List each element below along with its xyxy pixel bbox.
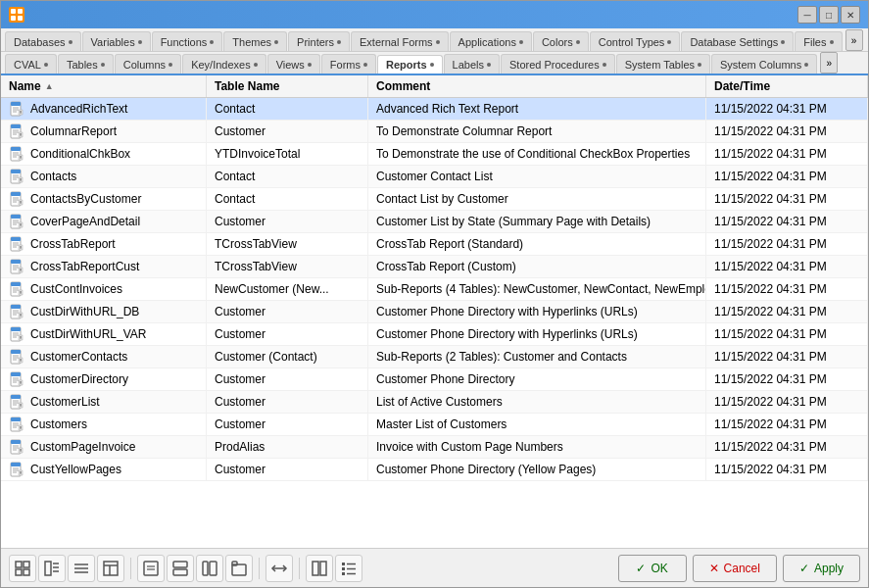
table-row[interactable]: CrossTabReportCustTCrossTabViewCrossTab … <box>1 256 868 278</box>
tab-row2-labels[interactable]: Labels <box>444 54 500 74</box>
report-icon <box>9 214 24 229</box>
table-row[interactable]: CustContInvoicesNewCustomer (New...Sub-R… <box>1 278 868 301</box>
ok-button[interactable]: ✓ OK <box>618 555 687 582</box>
cell-name: ConditionalChkBox <box>1 143 207 165</box>
tab-row-1: DatabasesVariablesFunctionsThemesPrinter… <box>1 28 868 52</box>
maximize-button[interactable]: □ <box>819 6 839 24</box>
table-row[interactable]: CustDirWithURL_VARCustomerCustomer Phone… <box>1 323 868 346</box>
svg-rect-144 <box>45 562 51 575</box>
grid4-icon[interactable] <box>9 555 36 582</box>
cell-name-text: CrossTabReport <box>30 237 116 251</box>
tab-row1-printers[interactable]: Printers <box>288 31 350 51</box>
tab-row1-functions[interactable]: Functions <box>152 31 223 51</box>
col-header-name[interactable]: Name▲ <box>1 75 207 97</box>
cell-comment: Customer Phone Directory (Yellow Pages) <box>368 459 706 480</box>
minimize-button[interactable]: ─ <box>797 6 817 24</box>
cancel-button[interactable]: ✕ Cancel <box>693 555 777 582</box>
tab-dot <box>363 63 367 67</box>
close-button[interactable]: ✕ <box>841 6 860 24</box>
tab-dot <box>519 40 523 44</box>
tab-row1-colors[interactable]: Colors <box>533 31 589 51</box>
svg-rect-2 <box>11 16 16 21</box>
cell-comment: CrossTab Report (Custom) <box>368 256 706 277</box>
cell-name-text: ConditionalChkBox <box>30 147 130 161</box>
svg-rect-93 <box>11 350 21 354</box>
cell-name-text: CustContInvoices <box>30 282 122 296</box>
toolbar-separator <box>299 558 300 579</box>
table-row[interactable]: ConditionalChkBoxYTDInvoiceTotalTo Demon… <box>1 143 868 166</box>
form-single-icon[interactable] <box>137 555 165 582</box>
tab-dot <box>138 40 142 44</box>
cell-table: Contact <box>207 166 368 187</box>
cell-comment: Customer Phone Directory with Hyperlinks… <box>368 323 706 345</box>
tab-row1-more-button[interactable]: » <box>845 29 863 51</box>
tab-row1-files[interactable]: Files <box>795 31 842 51</box>
table-row[interactable]: CustYellowPagesCustomerCustomer Phone Di… <box>1 459 868 481</box>
grid2-icon[interactable] <box>306 555 333 582</box>
table-body[interactable]: AdvancedRichTextContactAdvanced Rich Tex… <box>1 98 868 548</box>
table-row[interactable]: CrossTabReportTCrossTabViewCrossTab Repo… <box>1 233 868 256</box>
tab-dot <box>698 63 701 67</box>
cell-comment: Customer Phone Directory <box>368 368 706 390</box>
tab-dot <box>436 40 440 44</box>
form-split-icon[interactable] <box>167 555 194 582</box>
cell-datetime: 11/15/2022 04:31 PM <box>706 121 868 142</box>
table-row[interactable]: ColumnarReportCustomerTo Demonstrate Col… <box>1 121 868 143</box>
tab-dot <box>830 40 834 44</box>
list-icon[interactable] <box>68 555 95 582</box>
col-header-date/time[interactable]: Date/Time <box>706 75 868 97</box>
table-row[interactable]: ContactsContactCustomer Contact List11/1… <box>1 166 868 188</box>
table-row[interactable]: CustomerDirectoryCustomerCustomer Phone … <box>1 368 868 391</box>
col-header-table-name[interactable]: Table Name <box>207 75 368 97</box>
list-grid-icon[interactable] <box>38 555 66 582</box>
tab-row1-control-types[interactable]: Control Types <box>590 31 681 51</box>
table-row[interactable]: AdvancedRichTextContactAdvanced Rich Tex… <box>1 98 868 121</box>
ok-check-icon: ✓ <box>636 562 646 575</box>
tab-row2-columns[interactable]: Columns <box>115 54 181 74</box>
tab-row2-forms[interactable]: Forms <box>321 54 376 74</box>
cell-name: CustomerDirectory <box>1 368 207 390</box>
table-row[interactable]: CoverPageAndDetailCustomerCustomer List … <box>1 211 868 233</box>
tab-row1-variables[interactable]: Variables <box>82 31 151 51</box>
svg-rect-141 <box>24 562 29 567</box>
cell-table: ProdAlias <box>207 436 368 458</box>
tab-row1-themes[interactable]: Themes <box>223 31 287 51</box>
list2-icon[interactable] <box>335 555 362 582</box>
tab-row2-reports[interactable]: Reports <box>377 55 443 74</box>
apply-button[interactable]: ✓ Apply <box>783 555 860 582</box>
tab-row1-applications[interactable]: Applications <box>450 31 532 51</box>
tab-row2-cval[interactable]: CVAL <box>5 54 57 74</box>
form-tab-icon[interactable] <box>225 555 253 582</box>
table-icon[interactable] <box>97 555 124 582</box>
tab-dot <box>430 63 434 67</box>
report-icon <box>9 236 24 252</box>
table-row[interactable]: CustomerContactsCustomer (Contact)Sub-Re… <box>1 346 868 368</box>
tab-row-2: CVALTablesColumnsKey/IndexesViewsFormsRe… <box>1 52 868 75</box>
tab-row1-databases[interactable]: Databases <box>5 31 81 51</box>
cell-table: Customer <box>207 414 368 435</box>
tab-row2-stored-procedures[interactable]: Stored Procedures <box>501 54 615 74</box>
svg-rect-168 <box>342 567 345 570</box>
table-row[interactable]: CustDirWithURL_DBCustomerCustomer Phone … <box>1 301 868 323</box>
table-row[interactable]: ContactsByCustomerContactContact List by… <box>1 188 868 211</box>
report-icon <box>9 304 24 319</box>
tab-row1-database-settings[interactable]: Database Settings <box>681 31 794 51</box>
tab-row2-system-columns[interactable]: System Columns <box>711 54 817 74</box>
report-icon <box>9 169 24 184</box>
table-row[interactable]: CustomersCustomerMaster List of Customer… <box>1 414 868 436</box>
tab-row2-system-tables[interactable]: System Tables <box>616 54 710 74</box>
col-header-comment[interactable]: Comment <box>368 75 706 97</box>
form-multi-icon[interactable] <box>196 555 223 582</box>
cell-comment: Sub-Reports (4 Tables): NewCustomer, New… <box>368 278 706 300</box>
cell-datetime: 11/15/2022 04:31 PM <box>706 188 868 210</box>
tab-row2-views[interactable]: Views <box>267 54 320 74</box>
table-row[interactable]: CustomPageInvoiceProdAliasInvoice with C… <box>1 436 868 459</box>
arrow-h-icon[interactable] <box>266 555 293 582</box>
tab-row2-more-button[interactable]: » <box>820 52 838 74</box>
tab-row2-tables[interactable]: Tables <box>58 54 114 74</box>
table-row[interactable]: CustomerListCustomerList of Active Custo… <box>1 391 868 414</box>
tab-row2-key/indexes[interactable]: Key/Indexes <box>182 54 266 74</box>
tab-row1-external-forms[interactable]: External Forms <box>351 31 449 51</box>
svg-rect-142 <box>16 569 22 575</box>
tab-dot <box>210 40 214 44</box>
